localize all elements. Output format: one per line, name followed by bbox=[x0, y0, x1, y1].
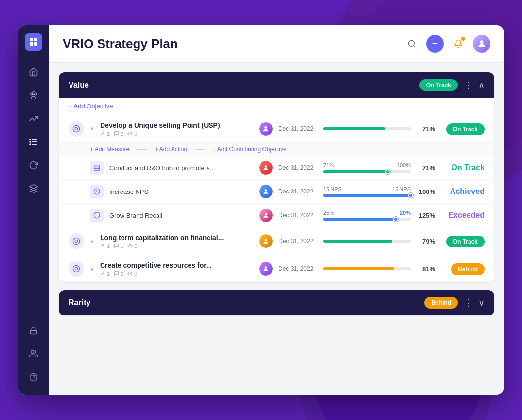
progress-usp bbox=[323, 127, 411, 130]
sidebar-item-tasks[interactable] bbox=[24, 179, 43, 198]
sidebar-item-analytics[interactable] bbox=[24, 109, 43, 128]
section-rarity-header: Rarity Behind ⋮ ∨ bbox=[59, 290, 494, 315]
objective-chevron-ccr[interactable]: ∨ bbox=[90, 265, 94, 272]
progress-rd: 71% 100% bbox=[323, 162, 411, 173]
objective-icon-ltc bbox=[69, 233, 84, 249]
measure-row-nps: Increase NPS Dec 31, 2022 15 NPS 15 NPS bbox=[59, 180, 494, 204]
measure-percent-nps: 100% bbox=[417, 188, 435, 195]
content-area: Value On Track ⋮ ∧ + Add Objective bbox=[49, 63, 504, 395]
svg-point-10 bbox=[30, 139, 31, 140]
sidebar-item-home[interactable] bbox=[24, 62, 43, 82]
sidebar-item-security[interactable] bbox=[24, 321, 43, 340]
objective-info-usp: Develop a Unique selling Point (USP) 1 2 bbox=[100, 122, 253, 137]
sidebar-item-users[interactable] bbox=[24, 344, 43, 364]
objective-date-usp: Dec 31, 2022 bbox=[278, 125, 317, 132]
svg-point-26 bbox=[264, 126, 267, 129]
objective-percent-ltc: 79% bbox=[417, 238, 435, 245]
objective-meta-ltc: 1 1 0 bbox=[100, 243, 253, 249]
add-button[interactable] bbox=[426, 35, 444, 52]
objective-icon-ccr bbox=[69, 261, 84, 277]
section-rarity-more[interactable]: ⋮ bbox=[464, 298, 472, 308]
svg-point-6 bbox=[31, 93, 33, 95]
objective-name-ccr: Create competitive resources for... bbox=[100, 262, 253, 269]
measure-icon-rd bbox=[90, 161, 104, 175]
measure-status-brand: Exceeded bbox=[441, 211, 485, 220]
progress-bar-ltc bbox=[323, 240, 411, 243]
svg-point-36 bbox=[129, 245, 131, 246]
meta-views-ltc: 0 bbox=[127, 243, 137, 249]
user-avatar-ltc bbox=[259, 234, 273, 248]
sidebar-item-refresh[interactable] bbox=[24, 156, 43, 175]
objective-info-ccr: Create competitive resources for... 1 2 bbox=[100, 262, 253, 277]
svg-rect-1 bbox=[34, 38, 37, 41]
svg-point-34 bbox=[75, 240, 77, 242]
svg-rect-3 bbox=[34, 42, 37, 46]
sidebar-item-help[interactable] bbox=[24, 368, 43, 387]
sidebar-logo[interactable] bbox=[25, 33, 42, 51]
add-measure-link[interactable]: + Add Measure bbox=[90, 146, 129, 153]
svg-point-23 bbox=[75, 127, 77, 130]
header: VRIO Strategy Plan bbox=[49, 25, 504, 63]
progress-bar-nps bbox=[323, 194, 411, 197]
add-contributing-link[interactable]: + Add Contributing Objective bbox=[212, 146, 286, 153]
avatar-placeholder bbox=[473, 35, 490, 52]
section-value: Value On Track ⋮ ∧ + Add Objective bbox=[59, 72, 494, 282]
svg-point-33 bbox=[73, 238, 79, 244]
measure-percent-rd: 71% bbox=[417, 164, 435, 172]
search-button[interactable] bbox=[403, 35, 420, 52]
section-rarity-status: Behind bbox=[424, 297, 458, 309]
objective-chevron-ltc[interactable]: ∨ bbox=[90, 238, 94, 245]
meta-views: 0 bbox=[127, 131, 137, 137]
marker-brand bbox=[393, 217, 398, 222]
objective-meta-usp: 1 2 0 bbox=[100, 131, 253, 137]
progress-bar-rd bbox=[323, 170, 411, 173]
svg-rect-0 bbox=[30, 38, 33, 41]
svg-point-41 bbox=[129, 273, 131, 274]
objective-row-ltc: ∨ Long term capitalization on financial.… bbox=[59, 228, 494, 255]
objective-icon-usp bbox=[69, 121, 84, 137]
notifications-button[interactable] bbox=[450, 35, 467, 52]
add-action-link[interactable]: + Add Action bbox=[155, 146, 187, 153]
objective-row-ccr: ∨ Create competitive resources for... 1 … bbox=[59, 255, 494, 282]
svg-rect-27 bbox=[94, 165, 100, 171]
measure-date-rd: Dec 31, 2022 bbox=[278, 164, 317, 171]
objective-info-ltc: Long term capitalization on financial...… bbox=[100, 234, 253, 249]
objective-status-ltc: On Track bbox=[441, 237, 485, 245]
measure-status-rd: On Track bbox=[441, 163, 485, 172]
measure-row-rd: Conduct and R&D hub to promote a... Dec … bbox=[59, 156, 494, 180]
marker-nps bbox=[408, 193, 413, 198]
objective-name-ltc: Long term capitalization on financial... bbox=[100, 234, 253, 242]
sidebar-item-org[interactable] bbox=[24, 86, 43, 105]
measure-icon-nps bbox=[90, 185, 104, 198]
user-avatar[interactable] bbox=[473, 35, 490, 52]
svg-point-37 bbox=[265, 239, 267, 241]
sidebar bbox=[18, 25, 49, 395]
status-rd: On Track bbox=[452, 163, 485, 172]
progress-labels-brand: 25% 20% bbox=[323, 210, 411, 216]
measure-date-brand: Dec 31, 2022 bbox=[278, 212, 317, 219]
status-badge-usp: On Track bbox=[446, 123, 485, 135]
user-avatar-nps bbox=[259, 185, 273, 198]
measure-row-brand: Grow Brand Recall Dec 31, 2022 25% 20% bbox=[59, 204, 494, 228]
add-objective-btn[interactable]: + Add Objective bbox=[59, 98, 494, 115]
measure-date-nps: Dec 31, 2022 bbox=[278, 188, 317, 195]
svg-point-14 bbox=[31, 350, 34, 353]
meta-members-ltc: 1 bbox=[100, 243, 110, 249]
meta-members: 1 bbox=[100, 131, 110, 137]
objective-status-ccr: Behind bbox=[441, 264, 485, 273]
user-avatar-ccr bbox=[259, 262, 273, 276]
progress-ltc bbox=[323, 240, 411, 243]
section-rarity-expand[interactable]: ∨ bbox=[478, 298, 485, 308]
status-nps: Achieved bbox=[450, 187, 485, 195]
section-value-collapse[interactable]: ∧ bbox=[478, 80, 485, 90]
progress-labels-rd: 71% 100% bbox=[323, 162, 411, 168]
section-value-more[interactable]: ⋮ bbox=[464, 80, 472, 90]
section-value-header: Value On Track ⋮ ∧ bbox=[59, 72, 494, 98]
status-brand: Exceeded bbox=[448, 211, 485, 219]
svg-point-42 bbox=[265, 266, 267, 269]
section-value-status: On Track bbox=[419, 79, 458, 91]
divider-1 bbox=[137, 149, 147, 150]
sidebar-item-objectives[interactable] bbox=[24, 132, 43, 152]
meta-comments-ltc: 1 bbox=[114, 243, 123, 249]
objective-chevron-usp[interactable]: ∧ bbox=[90, 125, 94, 132]
